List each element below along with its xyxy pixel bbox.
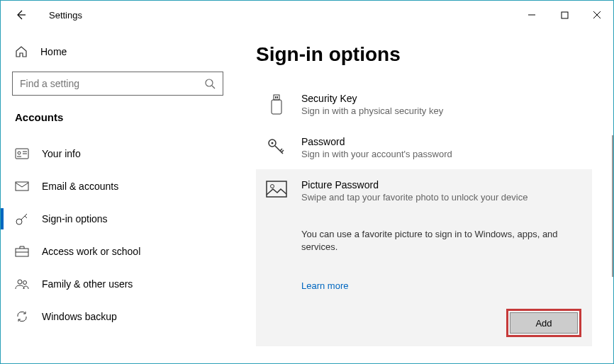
home-nav[interactable]: Home xyxy=(12,38,223,66)
sync-icon xyxy=(15,310,29,323)
sidebar-item-family-other-users[interactable]: Family & other users xyxy=(12,268,223,300)
svg-point-1 xyxy=(206,79,213,86)
minimize-button[interactable] xyxy=(515,1,548,29)
maximize-button[interactable] xyxy=(548,1,581,29)
minimize-icon xyxy=(528,11,536,19)
svg-point-3 xyxy=(18,152,21,154)
home-icon xyxy=(15,45,28,58)
option-title: Picture Password xyxy=(301,179,582,190)
sidebar-item-label: Sign-in options xyxy=(42,213,108,224)
picture-icon xyxy=(266,179,287,203)
back-button[interactable] xyxy=(15,9,32,21)
id-card-icon xyxy=(15,148,29,159)
sidebar-item-windows-backup[interactable]: Windows backup xyxy=(12,300,223,333)
option-title: Security Key xyxy=(301,93,582,104)
sidebar-item-label: Email & accounts xyxy=(42,181,118,192)
option-title: Password xyxy=(301,136,582,147)
sidebar-item-label: Access work or school xyxy=(42,246,140,257)
usb-key-icon xyxy=(266,93,287,116)
learn-more-link[interactable]: Learn more xyxy=(266,280,582,291)
option-password[interactable]: Password Sign in with your account's pas… xyxy=(256,126,592,169)
window-title: Settings xyxy=(49,10,82,21)
svg-rect-0 xyxy=(562,12,568,18)
svg-point-7 xyxy=(18,280,22,284)
search-box[interactable] xyxy=(12,72,223,96)
svg-rect-15 xyxy=(267,181,286,197)
scrollbar[interactable] xyxy=(612,135,613,277)
close-icon xyxy=(593,11,601,19)
window-controls xyxy=(515,1,613,29)
sidebar-item-sign-in-options[interactable]: Sign-in options xyxy=(12,203,223,235)
svg-point-14 xyxy=(272,142,274,144)
briefcase-icon xyxy=(15,246,29,257)
option-security-key[interactable]: Security Key Sign in with a physical sec… xyxy=(256,83,592,126)
svg-point-8 xyxy=(23,281,27,285)
sidebar-item-label: Windows backup xyxy=(42,311,117,322)
main-panel: Sign-in options Security Key Sign in wit… xyxy=(235,29,613,363)
option-desc: Swipe and tap your favorite photo to unl… xyxy=(301,192,582,203)
sidebar-item-your-info[interactable]: Your info xyxy=(12,137,223,170)
svg-rect-9 xyxy=(274,95,279,100)
option-desc: Sign in with a physical security key xyxy=(301,106,582,116)
search-icon xyxy=(204,78,216,89)
option-detail: You can use a favorite picture to sign i… xyxy=(266,228,582,254)
option-desc: Sign in with your account's password xyxy=(301,149,582,159)
key-icon xyxy=(266,136,287,159)
key-icon xyxy=(15,212,29,226)
home-label: Home xyxy=(40,46,67,57)
arrow-left-icon xyxy=(15,9,26,21)
svg-rect-11 xyxy=(277,96,279,98)
svg-point-16 xyxy=(271,185,274,188)
close-button[interactable] xyxy=(581,1,613,29)
titlebar: Settings xyxy=(1,1,613,29)
svg-rect-10 xyxy=(275,96,277,98)
sidebar-item-email-accounts[interactable]: Email & accounts xyxy=(12,170,223,203)
page-title: Sign-in options xyxy=(256,43,592,66)
search-input[interactable] xyxy=(20,78,199,89)
sidebar-section-header: Accounts xyxy=(12,111,223,123)
svg-point-5 xyxy=(16,219,22,224)
sidebar: Home Accounts Your info Email & accounts xyxy=(1,29,235,363)
people-icon xyxy=(15,278,29,290)
sidebar-nav: Your info Email & accounts Sign-in optio… xyxy=(12,137,223,333)
sidebar-item-label: Your info xyxy=(42,148,81,159)
option-picture-password[interactable]: Picture Password Swipe and tap your favo… xyxy=(256,169,592,346)
svg-rect-12 xyxy=(272,100,281,114)
mail-icon xyxy=(15,181,29,191)
add-button[interactable]: Add xyxy=(510,312,578,334)
sidebar-item-label: Family & other users xyxy=(42,278,133,290)
svg-rect-4 xyxy=(16,182,28,190)
sidebar-item-access-work-school[interactable]: Access work or school xyxy=(12,235,223,268)
maximize-icon xyxy=(561,11,569,19)
